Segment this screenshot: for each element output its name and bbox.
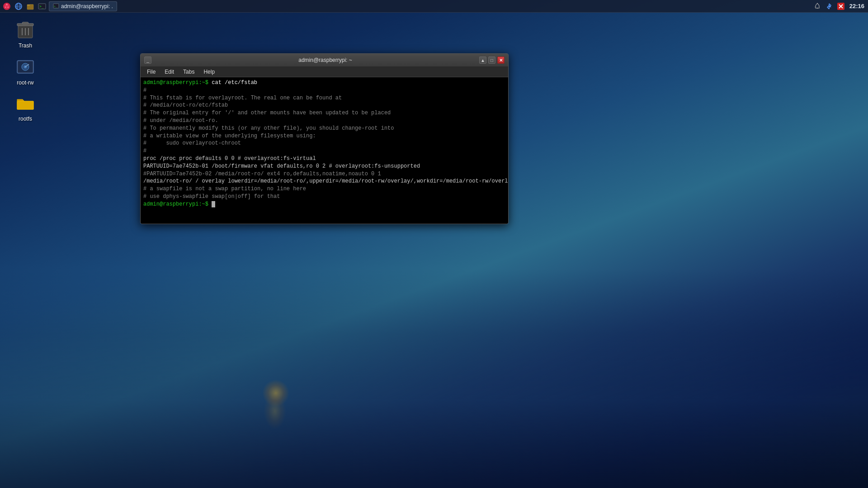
taskbar-right: 22:16	[813, 2, 868, 10]
terminal-restore-button[interactable]: □	[488, 56, 495, 64]
term-line-14: # a swapfile is not a swap partition, no…	[143, 185, 505, 193]
term-line-10: proc /proc proc defaults 0 0 # overlayro…	[143, 155, 505, 163]
svg-point-3	[5, 6, 6, 8]
svg-rect-11	[27, 5, 30, 6]
term-line-13: /media/root-ro/ / overlay lowerdir=/medi…	[143, 178, 505, 185]
trash-desktop-icon[interactable]: Trash	[7, 17, 43, 51]
terminal-menubar: File Edit Tabs Help	[141, 66, 508, 77]
svg-point-17	[817, 3, 818, 4]
root-rw-icon-image	[14, 56, 36, 78]
water-overlay	[0, 268, 868, 488]
browser-icon[interactable]	[14, 1, 24, 11]
terminal-titlebar: _ admin@raspberrypi: ~ ▲ □ ✕	[141, 54, 508, 66]
bluetooth-icon[interactable]	[825, 2, 833, 10]
terminal-cursor	[212, 201, 215, 207]
lamp-glow2	[264, 393, 286, 429]
terminal-window: _ admin@raspberrypi: ~ ▲ □ ✕ File Edit T…	[140, 53, 509, 224]
term-line-5: # under /media/root-ro.	[143, 117, 505, 125]
root-rw-label: root-rw	[17, 80, 33, 86]
term-line-9: #	[143, 147, 505, 155]
terminal-title: admin@raspberrypi: ~	[171, 57, 479, 63]
trash-label: Trash	[19, 42, 32, 49]
svg-text:>_: >_	[39, 5, 44, 9]
terminal-app-label: admin@raspberrypi: .	[61, 3, 113, 9]
notification-icon[interactable]	[813, 2, 821, 10]
term-line-7: # a writable view of the underlying file…	[143, 132, 505, 140]
term-line-2: # This fstab is for overlayroot. The rea…	[143, 94, 505, 102]
svg-rect-33	[17, 101, 33, 109]
taskbar-close-icon[interactable]	[837, 2, 845, 10]
terminal-scroll-up-button[interactable]: ▲	[479, 56, 486, 64]
rootfs-label: rootfs	[19, 116, 32, 122]
lamp-glow	[262, 380, 289, 407]
file-manager-icon[interactable]	[25, 1, 35, 11]
terminal-menu-edit[interactable]: Edit	[160, 68, 179, 76]
clock: 22:16	[849, 3, 864, 9]
taskbar-apps: >_ admin@raspberrypi: .	[49, 1, 117, 11]
term-line-0: admin@raspberrypi:~$ cat /etc/fstab	[143, 79, 505, 87]
root-rw-desktop-icon[interactable]: root-rw	[7, 54, 43, 88]
term-line-11: PARTUUID=7ae7452b-01 /boot/firmware vfat…	[143, 163, 505, 170]
term-line-1: #	[143, 87, 505, 94]
svg-point-4	[8, 6, 9, 8]
desktop: >_ >_ admin@raspberrypi: .	[0, 0, 868, 488]
terminal-menu-file[interactable]: File	[142, 68, 160, 76]
terminal-close-button[interactable]: ✕	[497, 56, 505, 64]
taskbar: >_ >_ admin@raspberrypi: .	[0, 0, 868, 13]
trash-icon-image	[14, 19, 36, 41]
terminal-controls: ▲ □ ✕	[479, 56, 505, 64]
svg-point-2	[6, 4, 8, 5]
terminal-app-button[interactable]: >_ admin@raspberrypi: .	[49, 1, 117, 11]
taskbar-left: >_	[0, 1, 47, 11]
terminal-icon[interactable]: >_	[37, 1, 47, 11]
term-line-4: # The original entry for '/' and other m…	[143, 109, 505, 117]
rootfs-desktop-icon[interactable]: rootfs	[7, 90, 43, 124]
term-line-12: #PARTUUID=7ae7452b-02 /media/root-ro/ ex…	[143, 170, 505, 178]
terminal-titlebar-left: _	[144, 56, 171, 64]
term-line-3: # /media/root-ro/etc/fstab	[143, 102, 505, 109]
term-line-15: # use dphys-swapfile swap[on|off] for th…	[143, 193, 505, 201]
rootfs-icon-image	[14, 92, 36, 114]
term-line-6: # To permanently modify this (or any oth…	[143, 125, 505, 132]
svg-rect-23	[22, 22, 28, 24]
terminal-body[interactable]: admin@raspberrypi:~$ cat /etc/fstab # # …	[141, 77, 508, 224]
terminal-menu-help[interactable]: Help	[199, 68, 219, 76]
terminal-min-button[interactable]: _	[144, 56, 151, 64]
svg-text:>_: >_	[54, 5, 57, 8]
terminal-menu-tabs[interactable]: Tabs	[179, 68, 199, 76]
term-line-8: # sudo overlayroot-chroot	[143, 140, 505, 147]
term-line-16: admin@raspberrypi:~$	[143, 201, 505, 208]
raspberry-pi-icon[interactable]	[2, 1, 12, 11]
